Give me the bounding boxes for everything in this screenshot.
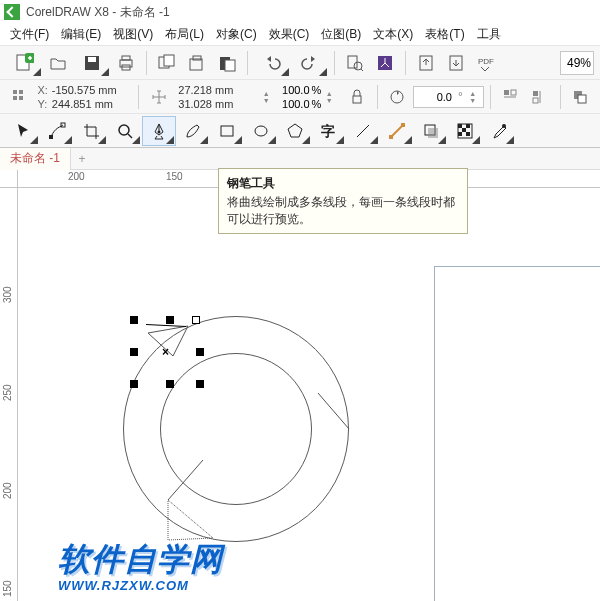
inner-circle[interactable]: [160, 353, 312, 505]
redo-button[interactable]: [292, 49, 328, 77]
eyedropper-tool[interactable]: [482, 116, 516, 146]
menu-edit[interactable]: 编辑(E): [55, 26, 107, 43]
print-button[interactable]: [112, 49, 140, 77]
svg-rect-3: [88, 57, 96, 62]
selection-handle[interactable]: [196, 348, 204, 356]
crop-tool[interactable]: [74, 116, 108, 146]
zoom-value: 49%: [567, 56, 593, 70]
rotation-icon: [384, 83, 411, 111]
menu-table[interactable]: 表格(T): [419, 26, 470, 43]
ruler-tick: 300: [2, 286, 13, 303]
menu-layout[interactable]: 布局(L): [159, 26, 210, 43]
menu-tools[interactable]: 工具: [471, 26, 507, 43]
search-content-button[interactable]: [341, 49, 369, 77]
rectangle-tool[interactable]: [210, 116, 244, 146]
svg-rect-35: [221, 126, 233, 136]
svg-rect-28: [533, 98, 538, 103]
height-value[interactable]: 31.028 mm: [178, 98, 258, 110]
mirror-h-button[interactable]: [497, 83, 524, 111]
canvas[interactable]: 钢笔工具 将曲线绘制成多条线段，每画一条线段时都可以进行预览。 × 软件自学网: [18, 188, 600, 601]
open-button[interactable]: [44, 49, 72, 77]
rotation-input[interactable]: ° ▲▼: [413, 86, 484, 108]
pick-tool[interactable]: [6, 116, 40, 146]
svg-rect-26: [511, 90, 516, 95]
copy-button[interactable]: [183, 49, 211, 77]
menu-text[interactable]: 文本(X): [367, 26, 419, 43]
svg-text:字: 字: [321, 123, 335, 139]
selection-handle[interactable]: [196, 380, 204, 388]
paste-button[interactable]: [213, 49, 241, 77]
text-tool[interactable]: 字: [312, 116, 346, 146]
selection-handle[interactable]: [192, 316, 200, 324]
x-label: X:: [37, 84, 47, 96]
save-button[interactable]: [74, 49, 110, 77]
standard-toolbar: PDF 49%: [0, 46, 600, 80]
selection-handle[interactable]: [130, 348, 138, 356]
order-button[interactable]: [567, 83, 594, 111]
svg-rect-45: [462, 128, 466, 132]
undo-button[interactable]: [254, 49, 290, 77]
shape-tool[interactable]: [40, 116, 74, 146]
selection-handle[interactable]: [130, 316, 138, 324]
lock-ratio-button[interactable]: [343, 83, 370, 111]
svg-rect-12: [225, 60, 235, 71]
mirror-v-button[interactable]: [526, 83, 553, 111]
export-button[interactable]: [412, 49, 440, 77]
publish-button[interactable]: [442, 49, 470, 77]
y-value[interactable]: 244.851 mm: [52, 98, 132, 110]
svg-rect-5: [122, 56, 130, 60]
rotation-spinner[interactable]: ▲▼: [467, 90, 479, 104]
artistic-media-tool[interactable]: [176, 116, 210, 146]
svg-rect-9: [190, 59, 202, 70]
x-value[interactable]: -150.575 mm: [52, 84, 132, 96]
selection-handle[interactable]: [166, 316, 174, 324]
menu-file[interactable]: 文件(F): [4, 26, 55, 43]
svg-rect-31: [49, 135, 53, 139]
width-value[interactable]: 27.218 mm: [178, 84, 258, 96]
rotation-field[interactable]: [418, 90, 454, 104]
cut-button[interactable]: [153, 49, 181, 77]
scale-x[interactable]: 100.0: [282, 84, 310, 96]
work-area: 200 150 300 250 200 150 钢笔工具 将曲线绘制成多条线段，…: [0, 170, 600, 601]
svg-rect-47: [466, 132, 470, 136]
zoom-input[interactable]: 49%: [560, 51, 594, 75]
new-button[interactable]: [6, 49, 42, 77]
separator: [377, 85, 378, 109]
transparency-tool[interactable]: [448, 116, 482, 146]
zoom-tool[interactable]: [108, 116, 142, 146]
ruler-tick: 150: [166, 171, 183, 182]
separator: [334, 51, 335, 75]
selection-center-icon[interactable]: ×: [162, 345, 169, 359]
menu-object[interactable]: 对象(C): [210, 26, 263, 43]
polygon-tool[interactable]: [278, 116, 312, 146]
toolbox-row: 字: [0, 114, 600, 148]
svg-text:PDF: PDF: [478, 57, 494, 66]
import-button[interactable]: [371, 49, 399, 77]
parallel-dimension-tool[interactable]: [346, 116, 380, 146]
menu-effect[interactable]: 效果(C): [263, 26, 316, 43]
ruler-vertical[interactable]: 300 250 200 150: [0, 188, 18, 601]
selection-handle[interactable]: [130, 380, 138, 388]
scale-y[interactable]: 100.0: [282, 98, 310, 110]
pdf-button[interactable]: PDF: [472, 49, 508, 77]
menu-bitmap[interactable]: 位图(B): [315, 26, 367, 43]
pen-tool[interactable]: [142, 116, 176, 146]
tab-active[interactable]: 未命名 -1: [0, 148, 71, 170]
drop-shadow-tool[interactable]: [414, 116, 448, 146]
menu-view[interactable]: 视图(V): [107, 26, 159, 43]
page-boundary: [434, 266, 600, 601]
scale-spinner[interactable]: ▲▼: [323, 90, 335, 104]
node-tangent: [146, 324, 186, 327]
svg-rect-38: [389, 135, 393, 139]
tooltip-title: 钢笔工具: [227, 175, 459, 192]
watermark-text: 软件自学网: [58, 538, 223, 582]
connector-tool[interactable]: [380, 116, 414, 146]
svg-rect-27: [533, 91, 538, 96]
selection-handle[interactable]: [166, 380, 174, 388]
ruler-origin[interactable]: [0, 170, 18, 188]
object-size-icon: [145, 83, 172, 111]
size-spinner[interactable]: ▲▼: [260, 90, 272, 104]
add-tab-button[interactable]: +: [71, 152, 93, 166]
separator: [560, 85, 561, 109]
ellipse-tool[interactable]: [244, 116, 278, 146]
